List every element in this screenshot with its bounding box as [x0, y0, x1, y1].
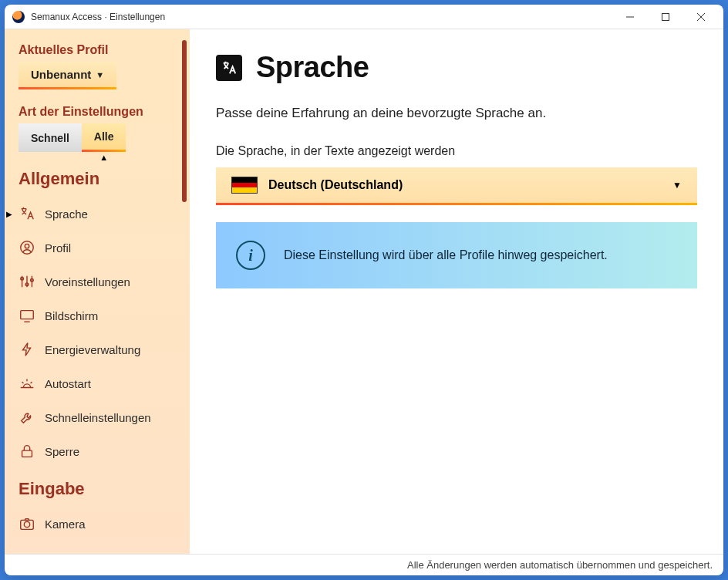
sidebar-item-label: Profil [45, 241, 71, 255]
svg-rect-7 [22, 450, 32, 457]
svg-point-2 [25, 244, 29, 248]
sidebar-item-energie[interactable]: Energieverwaltung [19, 332, 179, 366]
profile-dropdown[interactable]: Unbenannt ▼ [19, 62, 116, 89]
profile-name: Unbenannt [31, 68, 91, 81]
sidebar: Aktuelles Profil Unbenannt ▼ Art der Ein… [5, 29, 190, 554]
app-window: Semanux Access · Einstellungen Aktuelles… [5, 5, 723, 575]
page-subtitle: Passe deine Erfahrung an deine bevorzugt… [216, 106, 697, 121]
display-icon [19, 307, 35, 324]
sunrise-icon [19, 375, 35, 392]
page-header: Sprache [216, 51, 697, 84]
language-select-value: Deutsch (Deutschland) [268, 178, 662, 192]
language-field-label: Die Sprache, in der Texte angezeigt werd… [216, 144, 697, 158]
maximize-button[interactable] [648, 5, 683, 29]
language-select[interactable]: Deutsch (Deutschland) ▼ [216, 167, 697, 205]
sidebar-item-sprache[interactable]: Sprache [19, 197, 179, 231]
seg-schnell[interactable]: Schnell [19, 123, 82, 152]
sidebar-item-profil[interactable]: Profil [19, 231, 179, 265]
sidebar-item-label: Schnelleinstellungen [45, 411, 151, 424]
page-title: Sprache [256, 51, 369, 84]
app-icon [12, 11, 25, 23]
power-icon [19, 341, 35, 358]
sliders-icon [19, 273, 35, 290]
sidebar-item-autostart[interactable]: Autostart [19, 366, 179, 400]
settings-kind-label: Art der Einstellungen [19, 105, 179, 119]
svg-rect-0 [662, 13, 669, 20]
window-title: Semanux Access · Einstellungen [31, 12, 612, 22]
svg-point-9 [24, 521, 29, 527]
chevron-down-icon: ▼ [672, 180, 682, 191]
seg-alle[interactable]: Alle [82, 123, 126, 152]
settings-kind-segmented: Schnell Alle [19, 123, 179, 152]
wrench-icon [19, 409, 35, 426]
sidebar-item-label: Bildschirm [45, 309, 98, 322]
profile-icon [19, 239, 35, 256]
category-input: Eingabe [19, 479, 179, 499]
sidebar-item-label: Kamera [45, 518, 86, 531]
titlebar: Semanux Access · Einstellungen [5, 5, 723, 29]
statusbar: Alle Änderungen werden automatisch übern… [5, 554, 723, 575]
info-text: Diese Einstellung wird über alle Profile… [284, 248, 608, 262]
info-icon: i [236, 241, 265, 270]
category-general: Allgemein [19, 169, 179, 189]
close-button[interactable] [683, 5, 719, 29]
sidebar-item-kamera[interactable]: Kamera [19, 507, 179, 541]
svg-rect-6 [21, 311, 34, 319]
minimize-button[interactable] [612, 5, 648, 29]
window-controls [612, 5, 719, 29]
sidebar-item-label: Energieverwaltung [45, 343, 140, 356]
language-icon [19, 205, 35, 222]
sidebar-item-label: Sprache [45, 207, 88, 221]
lock-icon [19, 443, 35, 460]
sidebar-item-label: Voreinstellungen [45, 275, 130, 288]
info-box: i Diese Einstellung wird über alle Profi… [216, 222, 697, 288]
sidebar-item-voreinstellungen[interactable]: Voreinstellungen [19, 265, 179, 298]
sidebar-item-bildschirm[interactable]: Bildschirm [19, 298, 179, 332]
camera-icon [19, 515, 35, 532]
main-content: Sprache Passe deine Erfahrung an deine b… [190, 29, 723, 554]
language-header-icon [216, 55, 242, 81]
sidebar-item-label: Autostart [45, 377, 91, 390]
flag-germany-icon [231, 177, 258, 194]
sidebar-item-sperre[interactable]: Sperre [19, 434, 179, 468]
sidebar-item-schnelleinstellungen[interactable]: Schnelleinstellungen [19, 400, 179, 434]
sidebar-item-label: Sperre [45, 445, 79, 458]
sidebar-scrollbar[interactable] [182, 40, 187, 202]
chevron-down-icon: ▼ [96, 70, 104, 79]
profile-section-label: Aktuelles Profil [19, 43, 179, 57]
